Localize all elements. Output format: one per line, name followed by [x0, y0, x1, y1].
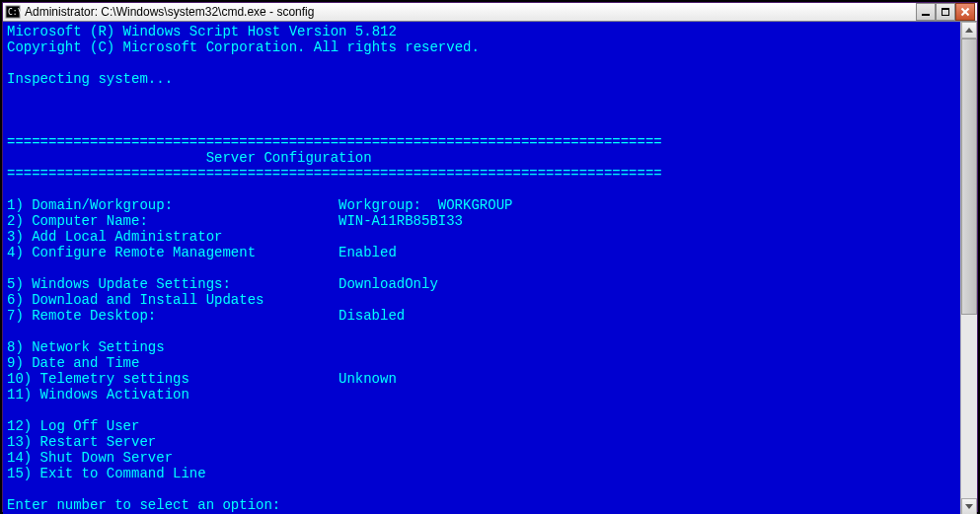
client-area: Microsoft (R) Windows Script Host Versio… — [3, 22, 977, 514]
menu-option: 15) Exit to Command Line — [7, 466, 960, 481]
window-title: Administrator: C:\Windows\system32\cmd.e… — [25, 5, 916, 19]
menu-option: 11) Windows Activation — [7, 387, 960, 403]
prompt-line[interactable]: Enter number to select an option: — [7, 497, 960, 513]
menu-option: 8) Network Settings — [7, 339, 960, 355]
divider: ========================================… — [7, 134, 960, 150]
scroll-thumb[interactable] — [961, 38, 977, 315]
scroll-down-button[interactable] — [961, 498, 977, 514]
menu-option: 5) Windows Update Settings:DownloadOnly — [7, 276, 960, 292]
menu-option: 7) Remote Desktop:Disabled — [7, 308, 960, 324]
window-controls — [916, 3, 975, 21]
menu-option: 13) Restart Server — [7, 434, 960, 450]
divider: ========================================… — [7, 166, 960, 182]
chevron-down-icon — [965, 504, 973, 509]
header-line: Microsoft (R) Windows Script Host Versio… — [7, 24, 960, 39]
banner-title: Server Configuration — [7, 150, 960, 166]
menu-option: 14) Shut Down Server — [7, 450, 960, 466]
scroll-track[interactable] — [961, 38, 977, 498]
console-output[interactable]: Microsoft (R) Windows Script Host Versio… — [3, 22, 960, 514]
window-frame: C:\ Administrator: C:\Windows\system32\c… — [2, 2, 978, 512]
menu-option: 1) Domain/Workgroup:Workgroup: WORKGROUP — [7, 197, 960, 213]
scroll-up-button[interactable] — [961, 22, 977, 38]
svg-text:C:\: C:\ — [8, 8, 21, 17]
maximize-button[interactable] — [936, 3, 955, 21]
titlebar[interactable]: C:\ Administrator: C:\Windows\system32\c… — [3, 3, 977, 22]
menu-option: 6) Download and Install Updates — [7, 292, 960, 308]
menu-option: 12) Log Off User — [7, 418, 960, 434]
vertical-scrollbar[interactable] — [960, 22, 977, 514]
menu-option: 2) Computer Name:WIN-A11RB85BI33 — [7, 213, 960, 229]
menu-option: 9) Date and Time — [7, 355, 960, 371]
inspecting-line: Inspecting system... — [7, 71, 960, 87]
header-line: Copyright (C) Microsoft Corporation. All… — [7, 39, 960, 55]
chevron-up-icon — [965, 28, 973, 33]
minimize-button[interactable] — [916, 3, 936, 21]
menu-option: 10) Telemetry settingsUnknown — [7, 371, 960, 387]
cmd-icon: C:\ — [5, 4, 21, 20]
menu-option: 3) Add Local Administrator — [7, 229, 960, 245]
menu-option: 4) Configure Remote ManagementEnabled — [7, 245, 960, 260]
close-button[interactable] — [955, 3, 975, 21]
